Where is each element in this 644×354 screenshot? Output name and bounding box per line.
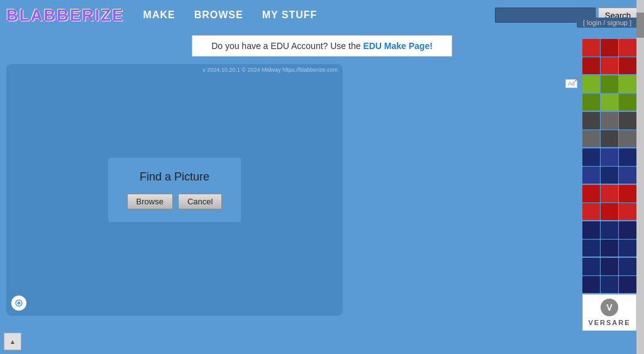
edu-banner: Do you have a EDU Account? Use the EDU M…: [0, 35, 644, 57]
nav-mystuff[interactable]: MY STUFF: [262, 9, 318, 21]
nav-make[interactable]: MAKE: [143, 9, 175, 21]
ad-block-gray[interactable]: [582, 112, 636, 147]
flag-grid-gray: [582, 112, 636, 147]
dialog-title: Find a Picture: [127, 170, 223, 184]
svg-point-1: [18, 302, 21, 305]
record-icon: [14, 299, 23, 307]
flag-grid-red2: [582, 185, 636, 220]
scroll-up-button[interactable]: ▲: [4, 333, 21, 350]
bottom-circle-icon[interactable]: [11, 296, 26, 311]
ad-block-red1[interactable]: [582, 39, 636, 74]
scrollbar-thumb[interactable]: [636, 13, 644, 38]
edu-text-before: Do you have a EDU Account? Use the: [211, 41, 363, 51]
logo[interactable]: BLABBERIZE: [6, 6, 125, 25]
flag-grid-navy2: [582, 221, 636, 257]
versare-logo: V VERSARE: [587, 299, 632, 326]
versare-name: VERSARE: [588, 319, 630, 326]
ad-sidebar: Ad: [582, 39, 638, 331]
browse-button[interactable]: Browse: [127, 194, 173, 209]
nav-browse[interactable]: BROWSE: [194, 9, 243, 21]
find-picture-dialog: Find a Picture Browse Cancel: [108, 157, 242, 223]
ad-block-navy3[interactable]: [582, 258, 636, 293]
dialog-buttons: Browse Cancel: [127, 194, 223, 209]
header: BLABBERIZE MAKE BROWSE MY STUFF Search: [0, 0, 644, 30]
ad-block-green[interactable]: [582, 75, 636, 111]
ad-block-red2[interactable]: [582, 185, 636, 220]
versare-v-icon: V: [601, 299, 618, 316]
close-ad-icon[interactable]: ✕: [574, 74, 581, 84]
flag-grid-navy3: [582, 258, 636, 293]
cancel-button[interactable]: Cancel: [178, 194, 222, 209]
main-area: v 2024.10.20.1 © 2024 Midway https://bla…: [0, 59, 644, 321]
flag-grid-navy1: [582, 148, 636, 184]
scrollbar-right[interactable]: [636, 0, 644, 354]
ad-block-navy2[interactable]: [582, 221, 636, 257]
versare-ad[interactable]: V VERSARE: [582, 294, 636, 331]
version-text: v 2024.10.20.1 © 2024 Midway https://bla…: [203, 67, 338, 73]
edu-banner-content: Do you have a EDU Account? Use the EDU M…: [192, 35, 452, 57]
flag-grid-red1: [582, 39, 636, 74]
login-signup-button[interactable]: [ login / signup ]: [577, 18, 638, 28]
ad-block-navy1[interactable]: [582, 148, 636, 184]
flag-grid-green: [582, 75, 636, 111]
canvas-area: v 2024.10.20.1 © 2024 Midway https://bla…: [6, 64, 343, 316]
edu-make-page-link[interactable]: EDU Make Page!: [363, 41, 432, 51]
